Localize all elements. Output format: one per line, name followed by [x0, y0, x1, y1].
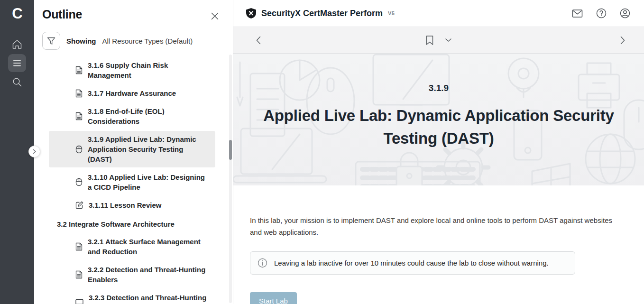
lesson-number: 3.1.9 — [233, 83, 644, 93]
shield-x-icon — [246, 8, 257, 19]
chevron-left-icon — [256, 36, 261, 45]
lesson-title: Applied Live Lab: Dynamic Application Se… — [254, 104, 624, 150]
mouse-lab-icon — [75, 178, 83, 186]
windows-logo-icon — [532, 164, 570, 185]
inactivity-notice: Leaving a lab inactive for over 10 minut… — [250, 251, 575, 275]
outline-item-3-2-2[interactable]: 3.2.2 Detection and Threat-Hunting Enabl… — [49, 261, 215, 288]
search-icon — [12, 77, 22, 87]
outline-list-icon — [12, 59, 22, 67]
account-icon — [620, 8, 630, 18]
outline-item-label: 3.1.9 Applied Live Lab: Dynamic Applicat… — [88, 134, 206, 164]
bookmark-icon — [426, 35, 434, 45]
search-button[interactable] — [8, 73, 26, 91]
document-icon — [75, 242, 83, 251]
outline-nav-button[interactable] — [8, 54, 26, 72]
outline-item-3-1-6[interactable]: 3.1.6 Supply Chain Risk Management — [49, 57, 215, 83]
outline-item-label: 3.1.10 Applied Live Lab: Designing a CIC… — [88, 172, 206, 192]
monitor-icon — [75, 299, 83, 304]
lesson-hero-banner: 3.1.9 Applied Live Lab: Dynamic Applicat… — [233, 54, 644, 185]
lesson-body: In this lab, your mission is to implemen… — [233, 185, 644, 304]
mouse-lab-icon — [75, 145, 83, 154]
outline-item-3-2-1[interactable]: 3.2.1 Attack Surface Management and Redu… — [49, 233, 215, 260]
outline-item-label: 3.1.6 Supply Chain Risk Management — [88, 60, 206, 80]
previous-page-button[interactable] — [255, 35, 262, 46]
chevron-down-icon — [445, 38, 452, 42]
document-icon — [75, 270, 83, 279]
pencil-icon — [75, 201, 83, 209]
outline-item-3-2-3[interactable]: 3.2.3 Detection and Threat-Hunting Enabl… — [49, 289, 215, 304]
mail-icon — [572, 9, 583, 18]
header-actions — [571, 7, 631, 19]
outline-panel-title: Outline — [42, 8, 82, 21]
outline-scrollbar-thumb[interactable] — [229, 140, 232, 160]
outline-item-label: 3.2.3 Detection and Threat-Hunting Enabl… — [89, 293, 207, 304]
close-icon — [211, 12, 219, 20]
filter-value: All Resource Types (Default) — [102, 37, 193, 45]
filter-button[interactable] — [42, 32, 60, 50]
help-icon — [596, 8, 607, 18]
main-content: SecurityX CertMaster Perform V5 — [233, 0, 644, 304]
outline-item-label: 3.2.1 Attack Surface Management and Redu… — [88, 237, 206, 257]
outline-item-3-1-10[interactable]: 3.1.10 Applied Live Lab: Designing a CIC… — [49, 169, 215, 195]
chevron-right-icon — [33, 149, 37, 154]
home-button[interactable] — [8, 35, 26, 53]
outline-panel: Outline Showing All Resource Types (Defa… — [34, 0, 233, 304]
funnel-icon — [47, 37, 55, 45]
outline-item-label: 3.1.7 Hardware Assurance — [88, 88, 176, 98]
outline-item-3-1-7[interactable]: 3.1.7 Hardware Assurance — [49, 85, 215, 101]
showing-label: Showing — [66, 37, 96, 45]
help-button[interactable] — [595, 7, 607, 19]
brand: SecurityX CertMaster Perform V5 — [246, 8, 395, 19]
messages-button[interactable] — [571, 8, 584, 19]
outline-item-3-1-11[interactable]: 3.1.11 Lesson Review — [49, 197, 215, 213]
resource-filter-row: Showing All Resource Types (Default) — [42, 32, 233, 50]
outline-item-3-1-8[interactable]: 3.1.8 End-of-Life (EOL) Considerations — [49, 103, 215, 129]
outline-section-3-2: 3.2 Integrate Software Architecture — [49, 215, 215, 233]
app-header: SecurityX CertMaster Perform V5 — [233, 0, 644, 27]
app-version-badge: V5 — [388, 10, 395, 16]
info-icon — [258, 258, 267, 268]
document-icon — [75, 89, 83, 98]
bookmark-group — [425, 34, 453, 46]
chevron-right-icon — [620, 36, 625, 45]
outline-list: 3.1.6 Supply Chain Risk Management 3.1.7… — [49, 57, 215, 304]
outline-item-label: 3.1.8 End-of-Life (EOL) Considerations — [88, 106, 206, 126]
bookmark-button[interactable] — [425, 34, 435, 46]
next-page-button[interactable] — [619, 35, 626, 46]
outline-item-label: 3.2.2 Detection and Threat-Hunting Enabl… — [88, 265, 206, 285]
lesson-description: In this lab, your mission is to implemen… — [250, 214, 617, 238]
app-title: SecurityX CertMaster Perform — [261, 9, 383, 18]
padlock-icon — [396, 153, 422, 185]
document-icon — [75, 112, 83, 120]
lesson-nav-toolbar — [233, 27, 644, 54]
close-outline-button[interactable] — [208, 9, 221, 23]
home-icon — [12, 39, 22, 49]
outline-scrollbar[interactable] — [229, 55, 232, 303]
start-lab-button[interactable]: Start Lab — [250, 292, 297, 304]
app-window: C Outline — [0, 0, 644, 304]
notice-text: Leaving a lab inactive for over 10 minut… — [274, 259, 549, 267]
outline-item-label: 3.1.11 Lesson Review — [89, 200, 161, 210]
bookmark-menu-button[interactable] — [444, 37, 453, 43]
comptia-logo: C — [12, 4, 22, 24]
outline-item-3-1-9-active[interactable]: 3.1.9 Applied Live Lab: Dynamic Applicat… — [49, 131, 215, 167]
account-button[interactable] — [619, 7, 631, 19]
collapse-panel-button[interactable] — [28, 146, 40, 157]
document-icon — [75, 66, 83, 74]
